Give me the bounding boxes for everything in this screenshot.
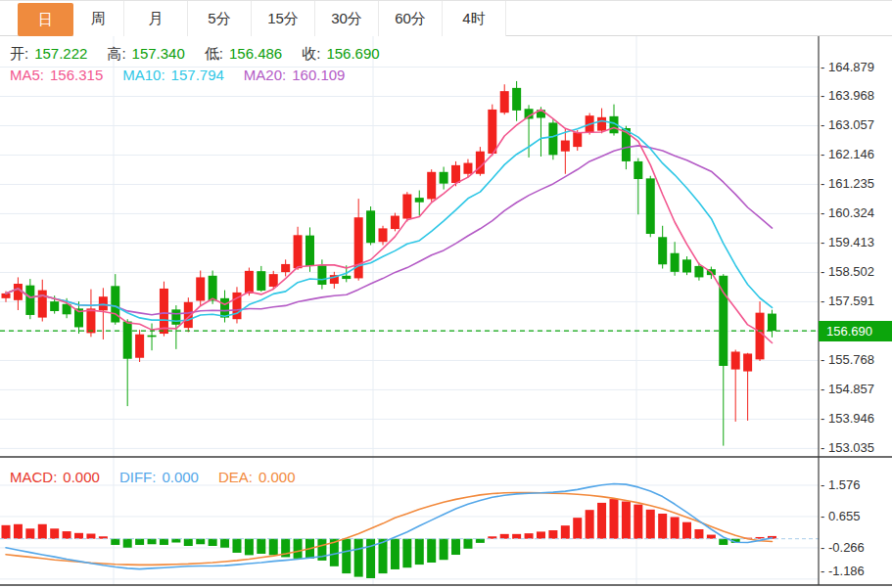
ohlc-row-item: 低:156.486: [205, 45, 288, 62]
candle-body: [402, 195, 411, 219]
tab-30分[interactable]: 30分: [315, 1, 379, 36]
candle-body: [281, 264, 290, 272]
macd-bar: [160, 539, 168, 545]
tab-月[interactable]: 月: [124, 1, 188, 36]
macd-bar: [719, 539, 728, 545]
ma10-line: [6, 121, 773, 322]
tab-15分[interactable]: 15分: [252, 1, 315, 36]
candle-body: [220, 298, 229, 318]
legend-label: 开:: [10, 45, 28, 62]
macd-bar: [14, 524, 23, 539]
candle-body: [86, 308, 95, 333]
legend-value: 0.000: [63, 469, 100, 485]
candle-body: [196, 277, 205, 300]
macd-axis-label: - 0.655: [821, 509, 891, 523]
legend-value: 156.315: [50, 67, 103, 83]
ma20-line: [6, 146, 773, 315]
candlestick-chart-canvas[interactable]: [0, 0, 892, 588]
macd-legend: MACD:0.000DIFF:0.000DEA:0.000: [10, 469, 315, 485]
macd-bar: [682, 522, 691, 539]
tab-周[interactable]: 周: [73, 1, 124, 36]
tab-4时[interactable]: 4时: [443, 1, 506, 36]
ohlc-row-item: 收:156.690: [302, 45, 385, 62]
macd-bar: [440, 539, 448, 561]
candle-body: [317, 265, 326, 285]
candle-body: [160, 289, 168, 334]
macd-bar: [402, 539, 411, 568]
current-price-label: 156.690: [819, 321, 892, 341]
macd-bar: [232, 539, 241, 553]
legend-value: 157.794: [171, 67, 224, 83]
candle-body: [354, 217, 363, 278]
macd-bar: [512, 534, 521, 539]
price-axis-label: - 159.413: [821, 235, 891, 249]
legend-label: MA20:: [244, 67, 286, 83]
price-axis-label: - 162.146: [821, 147, 891, 161]
ohlc-row-item: 高:157.340: [107, 45, 190, 62]
price-axis-label: - 154.857: [821, 382, 891, 396]
candle-body: [257, 271, 265, 291]
legend-value: 160.109: [292, 67, 345, 83]
legend-value: 157.340: [132, 45, 185, 62]
candle-body: [50, 301, 59, 311]
macd-bar: [415, 539, 424, 565]
macd-bar: [135, 539, 144, 545]
macd-row-item: DIFF:0.000: [119, 469, 205, 485]
diff-line: [6, 484, 773, 569]
candle-body: [379, 228, 388, 242]
price-axis-label: - 153.946: [821, 411, 891, 426]
candle-body: [294, 235, 303, 268]
macd-bar: [342, 539, 351, 573]
candle-body: [209, 276, 217, 301]
macd-bar: [537, 531, 545, 538]
tab-60分[interactable]: 60分: [379, 1, 443, 36]
price-axis-label: - 153.035: [821, 440, 891, 455]
legend-value: 156.690: [326, 45, 379, 62]
candle-body: [731, 351, 740, 369]
legend-value: 0.000: [258, 469, 296, 485]
candle-body: [451, 165, 460, 183]
macd-bar: [561, 525, 570, 539]
candle-body: [671, 253, 680, 272]
macd-bar: [707, 535, 716, 539]
candle-body: [512, 88, 521, 111]
macd-bar: [427, 539, 436, 563]
macd-bar: [63, 531, 71, 539]
price-axis-label: - 158.502: [821, 264, 891, 279]
candle-body: [171, 309, 180, 324]
macd-bar: [586, 510, 594, 539]
legend-label: MA10:: [122, 67, 164, 83]
candle-body: [366, 210, 375, 243]
price-axis-label: - 157.591: [821, 294, 891, 308]
ma-row-item: MA10:157.794: [122, 67, 230, 83]
candle-body: [391, 216, 399, 229]
period-tab-bar: 日周月5分15分30分60分4时: [0, 0, 892, 36]
candle-body: [14, 284, 23, 300]
macd-bar: [38, 524, 47, 539]
ma-legend: MA5:156.315MA10:157.794MA20:160.109: [10, 67, 364, 83]
candle-body: [694, 266, 703, 278]
macd-bar: [50, 528, 59, 538]
macd-bar: [354, 539, 363, 577]
candle-body: [561, 141, 570, 152]
candle-body: [634, 161, 642, 179]
macd-axis-label: - -0.266: [821, 540, 891, 555]
macd-bar: [25, 528, 34, 538]
candle-body: [427, 172, 436, 200]
tab-日[interactable]: 日: [18, 3, 73, 36]
candle-body: [463, 163, 472, 174]
dea-line: [6, 493, 773, 565]
macd-bar: [634, 505, 642, 539]
tab-5分[interactable]: 5分: [188, 1, 252, 36]
macd-bar: [294, 539, 303, 559]
macd-bar: [525, 533, 534, 539]
macd-bar: [463, 539, 472, 549]
macd-bar: [74, 533, 83, 539]
macd-bar: [573, 518, 582, 539]
candle-body: [719, 276, 728, 366]
ma-row-item: MA20:160.109: [244, 67, 352, 83]
macd-bar: [694, 529, 703, 539]
candle-body: [488, 110, 496, 154]
ma-row-item: MA5:156.315: [10, 67, 109, 83]
candle-body: [269, 274, 278, 287]
